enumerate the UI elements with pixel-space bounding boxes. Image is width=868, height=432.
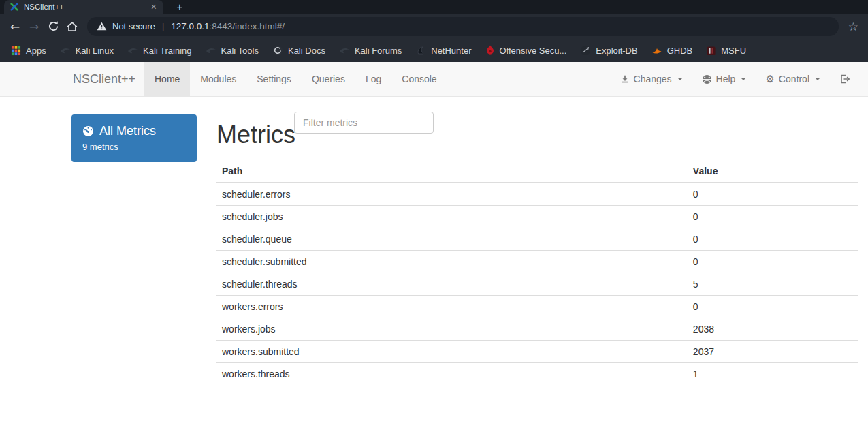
metric-path: workers.errors [216,296,688,318]
bookmark-label: MSFU [721,46,746,56]
metric-path: scheduler.submitted [216,251,688,273]
metric-path: workers.submitted [216,341,688,363]
bookmark-label: Exploit-DB [596,46,637,56]
tab-title: NSClient++ [24,3,150,11]
nsclient-favicon-icon [10,2,19,12]
security-label[interactable]: Not secure [112,21,155,31]
bookmark-exploit-db[interactable]: Exploit-DB [573,42,644,59]
offensive-security-icon [485,45,495,56]
address-bar[interactable]: Not secure | 127.0.0.1:8443/index.html#/ [87,17,839,36]
bookmark-kali-linux[interactable]: Kali Linux [53,42,120,59]
metric-path: workers.jobs [216,318,688,341]
tab-console[interactable]: Console [391,62,447,96]
metrics-count: 9 metrics [82,142,186,152]
url-separator: | [162,21,164,31]
globe-icon [702,74,712,84]
kali-dragon-icon [127,45,138,56]
bookmark-apps[interactable]: Apps [4,42,53,59]
bookmark-label: Kali Training [143,46,192,56]
metric-value: 1 [688,363,858,386]
browser-tab-strip: NSClient++ × + [0,0,868,14]
app-nav-links: Home Modules Settings Queries Log Consol… [144,62,447,96]
app-navbar: NSClient++ Home Modules Settings Queries… [0,62,868,97]
app-brand[interactable]: NSClient++ [73,62,135,96]
column-header-value: Value [688,160,858,183]
all-metrics-label: All Metrics [99,123,156,138]
apps-grid-icon [11,46,21,56]
metric-value: 0 [688,296,858,318]
metric-value: 0 [688,228,858,251]
sidebar-item-all-metrics[interactable]: All Metrics 9 metrics [71,114,197,162]
tab-modules[interactable]: Modules [190,62,246,96]
tab-queries[interactable]: Queries [302,62,355,96]
url-host[interactable]: 127.0.0.1 [171,21,209,31]
exploit-db-icon [580,45,591,56]
back-icon[interactable]: ← [5,17,25,36]
metric-path: scheduler.threads [216,273,688,296]
bookmark-kali-docs[interactable]: Kali Docs [266,42,332,59]
download-icon [620,74,630,84]
bookmark-label: Offensive Secu... [500,46,567,56]
table-row: workers.submitted 2037 [216,341,858,363]
gear-icon: ⚙ [765,74,774,84]
column-header-path: Path [216,160,688,183]
page-title: Metrics [216,121,295,149]
changes-dropdown[interactable]: Changes [611,62,692,96]
bookmark-ghdb[interactable]: GHDB [645,42,700,59]
tab-settings[interactable]: Settings [246,62,302,96]
bookmark-offensive-security[interactable]: Offensive Secu... [479,42,574,59]
reload-icon[interactable] [44,17,63,36]
kali-dragon-icon [60,45,71,56]
url-path[interactable]: :8443/index.html#/ [210,21,285,31]
control-dropdown[interactable]: ⚙ Control [756,62,830,96]
msfu-icon [706,46,716,56]
bookmark-kali-tools[interactable]: Kali Tools [199,42,266,59]
table-row: workers.threads 1 [216,363,858,386]
dashboard-gauge-icon [82,125,94,137]
browser-toolbar: ← → Not secure | 127.0.0.1:8443/index.ht… [0,14,868,39]
nsclient-page: NSClient++ Home Modules Settings Queries… [0,62,868,432]
tab-log[interactable]: Log [355,62,391,96]
forward-icon[interactable]: → [25,17,44,36]
metrics-table: Path Value scheduler.errors 0 scheduler.… [216,160,858,385]
chevron-down-icon [815,78,820,80]
changes-label: Changes [634,74,672,84]
bookmark-label: Kali Docs [288,46,325,56]
table-header-row: Path Value [216,160,858,183]
bookmark-kali-forums[interactable]: Kali Forums [332,42,408,59]
logout-button[interactable] [830,62,860,96]
help-label: Help [716,74,736,84]
bookmarks-bar: Apps Kali Linux Kali Training Kali Tools… [0,39,868,62]
metric-value: 2038 [688,318,858,341]
bookmark-label: Kali Linux [76,46,114,56]
bookmark-star-icon[interactable]: ☆ [846,20,861,33]
metric-path: scheduler.jobs [216,206,688,228]
warning-triangle-icon[interactable] [97,22,107,31]
app-nav-right: Changes Help ⚙ Control [611,62,860,96]
new-tab-button[interactable]: + [174,1,186,13]
tab-home[interactable]: Home [144,62,190,96]
chevron-down-icon [677,78,683,80]
kali-dragon-icon [206,45,216,56]
table-row: scheduler.queue 0 [216,228,858,251]
browser-tab[interactable]: NSClient++ × [4,0,163,14]
bookmark-msfu[interactable]: MSFU [699,42,753,59]
table-row: workers.jobs 2038 [216,318,858,341]
close-tab-icon[interactable]: × [150,2,158,12]
help-dropdown[interactable]: Help [692,62,756,96]
table-row: workers.errors 0 [216,296,858,318]
nethunter-icon [415,45,426,56]
metric-value: 2037 [688,341,858,363]
home-icon[interactable] [63,17,82,36]
bookmark-kali-training[interactable]: Kali Training [120,42,199,59]
bookmark-nethunter[interactable]: NetHunter [408,42,478,59]
table-row: scheduler.jobs 0 [216,206,858,228]
filter-metrics-input[interactable] [294,112,434,134]
table-row: scheduler.submitted 0 [216,251,858,273]
control-label: Control [779,74,809,84]
bookmark-label: GHDB [667,46,693,56]
bookmark-label: Apps [26,46,46,56]
metric-path: workers.threads [216,363,688,386]
metric-path: scheduler.queue [216,228,688,251]
metric-value: 0 [688,183,858,206]
